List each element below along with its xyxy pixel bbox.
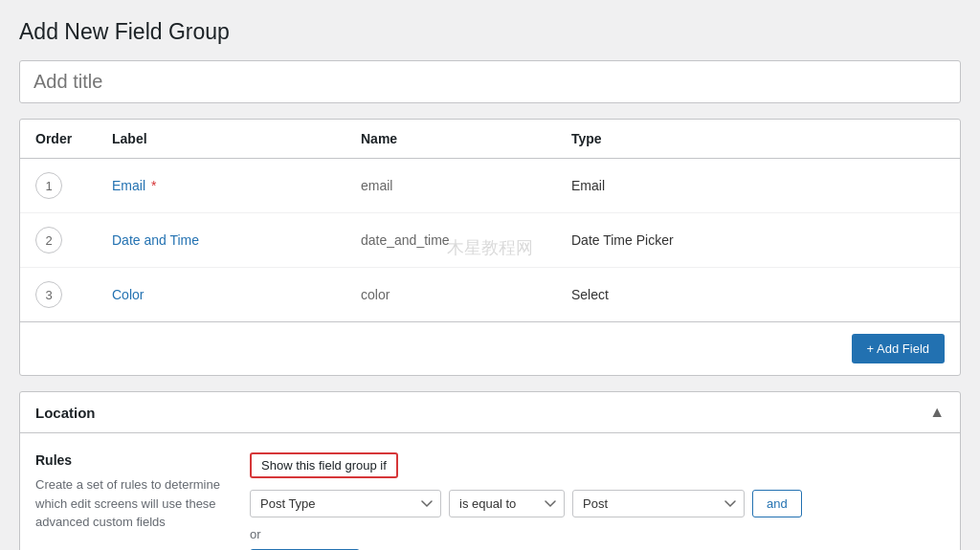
and-button[interactable]: and	[752, 490, 802, 517]
rules-desc: Create a set of rules to determine which…	[35, 475, 227, 532]
rule-row: Post TypePage TypeUser RoleTaxonomy is e…	[250, 490, 945, 517]
table-header-row: Order Label Name Type	[20, 120, 960, 159]
order-circle: 2	[35, 227, 62, 253]
col-header-type: Type	[556, 120, 960, 159]
fields-table-container: Order Label Name Type 1Email *emailEmail…	[19, 119, 961, 376]
value-select[interactable]: PostPageCustom Post	[572, 490, 745, 517]
col-header-name: Name	[345, 120, 556, 159]
rules-controls: Show this field group if Post TypePage T…	[250, 452, 945, 550]
field-label-link[interactable]: Color	[112, 287, 144, 302]
cell-label: Color	[97, 268, 345, 322]
cell-order: 1	[20, 159, 97, 213]
cell-type: Date Time Picker	[556, 213, 960, 268]
required-star: *	[147, 178, 156, 193]
table-row: 1Email *emailEmail	[20, 159, 960, 213]
condition-select[interactable]: is equal tois not equal to	[449, 490, 565, 517]
order-circle: 1	[35, 172, 62, 199]
post-type-select[interactable]: Post TypePage TypeUser RoleTaxonomy	[250, 490, 441, 517]
cell-order: 2	[20, 213, 97, 268]
location-title: Location	[35, 405, 96, 421]
page-title: Add New Field Group	[19, 19, 961, 45]
col-header-order: Order	[20, 120, 97, 159]
cell-name: date_and_time	[345, 213, 556, 268]
cell-order: 3	[20, 268, 97, 322]
show-if-label: Show this field group if	[250, 452, 398, 478]
location-header[interactable]: Location ▲	[20, 392, 960, 433]
cell-name: email	[345, 159, 556, 213]
cell-label: Email *	[97, 159, 345, 213]
field-label-link[interactable]: Date and Time	[112, 232, 199, 248]
rules-title: Rules	[35, 452, 227, 468]
cell-type: Email	[556, 159, 960, 213]
table-row: 2Date and Timedate_and_timeDate Time Pic…	[20, 213, 960, 268]
cell-name: color	[345, 268, 556, 322]
col-header-label: Label	[97, 120, 345, 159]
fields-table: Order Label Name Type 1Email *emailEmail…	[20, 120, 960, 321]
order-circle: 3	[35, 281, 62, 308]
collapse-icon: ▲	[929, 404, 945, 421]
add-field-button[interactable]: + Add Field	[852, 334, 945, 363]
or-text: or	[250, 527, 945, 541]
table-footer: + Add Field	[20, 321, 960, 375]
table-row: 3ColorcolorSelect	[20, 268, 960, 322]
cell-type: Select	[556, 268, 960, 322]
rules-label-col: Rules Create a set of rules to determine…	[35, 452, 227, 550]
location-section: Location ▲ Rules Create a set of rules t…	[19, 391, 961, 550]
field-label-link[interactable]: Email	[112, 178, 145, 193]
location-body: Rules Create a set of rules to determine…	[20, 433, 960, 550]
title-input[interactable]	[19, 60, 961, 103]
cell-label: Date and Time	[97, 213, 345, 268]
